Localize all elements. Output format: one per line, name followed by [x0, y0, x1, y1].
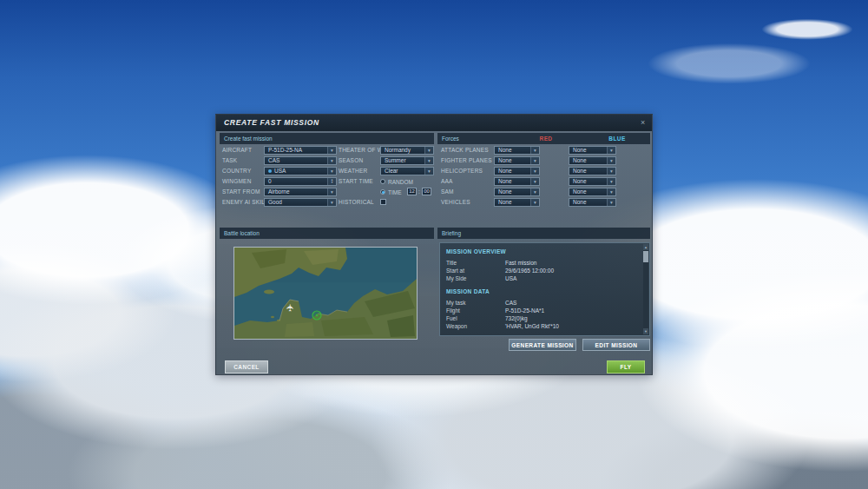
aaa-red-select[interactable]: None▾	[494, 177, 540, 186]
scroll-up-icon[interactable]: ▲	[643, 244, 648, 250]
section-header-briefing: Briefing	[437, 228, 650, 239]
stepper-arrows-icon[interactable]: ▲▼	[327, 178, 336, 185]
chevron-down-icon: ▾	[530, 199, 539, 206]
battle-location-map[interactable]: ✈	[233, 247, 418, 340]
briefing-value: CAS	[505, 300, 516, 306]
chevron-down-icon: ▾	[607, 147, 615, 154]
chevron-down-icon: ▾	[530, 147, 539, 154]
task-select[interactable]: CAS▾	[264, 156, 337, 165]
chevron-down-icon: ▾	[607, 157, 615, 164]
chevron-down-icon: ▾	[327, 188, 336, 195]
start-time-label: START TIME	[339, 178, 373, 184]
scroll-down-icon[interactable]: ▼	[643, 328, 648, 334]
aaa-blue-select[interactable]: None▾	[569, 177, 616, 186]
time-separator: :	[418, 188, 420, 195]
briefing-label: Flight	[446, 307, 460, 314]
aircraft-select[interactable]: P-51D-25-NA▾	[264, 146, 337, 155]
close-icon[interactable]: ×	[641, 115, 646, 131]
vehicles-label: VEHICLES	[441, 199, 470, 205]
start-minute-input[interactable]: 00	[422, 188, 431, 195]
country-select[interactable]: USA▾	[264, 167, 337, 175]
enemy-ai-skill-label: ENEMY AI SKILL	[222, 199, 268, 205]
dialog-titlebar: CREATE FAST MISSION ×	[216, 115, 652, 131]
season-label: SEASON	[339, 157, 363, 163]
helicopters-red-select[interactable]: None▾	[494, 167, 540, 175]
sam-label: SAM	[441, 188, 454, 195]
chevron-down-icon: ▾	[424, 147, 433, 154]
player-plane-icon[interactable]: ✈	[285, 304, 296, 312]
aaa-label: AAA	[441, 178, 453, 184]
briefing-value: Fast mission	[505, 260, 536, 266]
chevron-down-icon: ▾	[607, 188, 615, 195]
vehicles-blue-select[interactable]: None▾	[569, 198, 616, 207]
section-header-forces: Forces RED BLUE	[437, 133, 650, 144]
briefing-label: Fuel	[446, 315, 457, 321]
chevron-down-icon: ▾	[327, 157, 336, 164]
mission-settings-form: AIRCRAFT P-51D-25-NA▾ THEATER OF WAR Nor…	[216, 146, 652, 212]
briefing-label: Start at	[446, 268, 464, 274]
attack-planes-label: ATTACK PLANES	[441, 147, 489, 153]
country-label: COUNTRY	[222, 168, 251, 174]
aircraft-label: AIRCRAFT	[222, 147, 252, 153]
briefing-value: 29/6/1965 12:00:00	[505, 268, 554, 274]
briefing-label: Title	[446, 260, 457, 266]
fighter-planes-red-select[interactable]: None▾	[494, 156, 540, 165]
briefing-value: 'HVAR, UnGd Rkt'*10	[505, 323, 559, 329]
start-from-label: START FROM	[222, 188, 260, 195]
map-image: ✈	[234, 248, 417, 339]
briefing-label: My Side	[446, 275, 466, 281]
historical-checkbox[interactable]	[380, 199, 386, 205]
briefing-scrollbar[interactable]: ▲ ▼	[643, 244, 648, 334]
generate-mission-button[interactable]: GENERATE MISSION	[509, 339, 576, 351]
section-header-battle-location: Battle location	[220, 228, 434, 239]
wingmen-stepper[interactable]: 0▲▼	[264, 177, 337, 186]
sam-blue-select[interactable]: None▾	[569, 188, 616, 196]
mission-data-heading: MISSION DATA	[446, 288, 490, 294]
start-from-select[interactable]: Airborne▾	[264, 188, 337, 196]
chevron-down-icon: ▾	[530, 188, 539, 195]
chevron-down-icon: ▾	[607, 199, 615, 206]
svg-text:✈: ✈	[285, 304, 296, 312]
dialog-title: CREATE FAST MISSION	[224, 118, 319, 127]
chevron-down-icon: ▾	[530, 157, 539, 164]
vehicles-red-select[interactable]: None▾	[494, 198, 540, 207]
briefing-value: USA	[505, 275, 516, 281]
start-time-time-radio[interactable]: TIME	[380, 188, 402, 196]
weather-select[interactable]: Clear▾	[380, 167, 434, 175]
helicopters-blue-select[interactable]: None▾	[569, 167, 616, 175]
mission-overview-heading: MISSION OVERVIEW	[446, 248, 506, 254]
cancel-button[interactable]: CANCEL	[225, 360, 268, 373]
target-marker-icon[interactable]	[312, 311, 321, 320]
chevron-down-icon: ▾	[327, 168, 336, 175]
wingmen-label: WINGMEN	[222, 178, 252, 184]
attack-planes-red-select[interactable]: None▾	[494, 146, 540, 155]
helicopters-label: HELICOPTERS	[441, 168, 483, 174]
enemy-ai-skill-select[interactable]: Good▾	[264, 198, 337, 207]
forces-blue-column-label: BLUE	[592, 133, 642, 144]
chevron-down-icon: ▾	[607, 168, 615, 175]
scrollbar-thumb[interactable]	[643, 251, 648, 262]
chevron-down-icon: ▾	[327, 147, 336, 154]
section-header-create-fast-mission: Create fast mission	[220, 133, 434, 144]
historical-label: HISTORICAL	[339, 199, 374, 205]
theater-of-war-select[interactable]: Normandy▾	[380, 146, 434, 155]
start-time-random-radio[interactable]: RANDOM	[380, 177, 413, 186]
briefing-value: P-51D-25-NA*1	[505, 307, 544, 314]
isle-of-wight	[264, 290, 274, 294]
start-hour-input[interactable]: 12	[407, 188, 417, 195]
fly-button[interactable]: FLY	[607, 360, 645, 373]
briefing-panel: MISSION OVERVIEW Title Fast mission Star…	[439, 242, 650, 336]
attack-planes-blue-select[interactable]: None▾	[569, 146, 616, 155]
season-select[interactable]: Summer▾	[380, 156, 434, 165]
edit-mission-button[interactable]: EDIT MISSION	[582, 339, 650, 351]
chevron-down-icon: ▾	[424, 168, 433, 175]
chevron-down-icon: ▾	[530, 168, 539, 175]
fighter-planes-blue-select[interactable]: None▾	[569, 156, 616, 165]
fighter-planes-label: FIGHTER PLANES	[441, 157, 492, 163]
create-fast-mission-dialog: CREATE FAST MISSION × Create fast missio…	[215, 114, 653, 375]
chevron-down-icon: ▾	[530, 178, 539, 185]
chevron-down-icon: ▾	[424, 157, 433, 164]
chevron-down-icon: ▾	[327, 199, 336, 206]
channel-island	[271, 316, 274, 318]
sam-red-select[interactable]: None▾	[494, 188, 540, 196]
